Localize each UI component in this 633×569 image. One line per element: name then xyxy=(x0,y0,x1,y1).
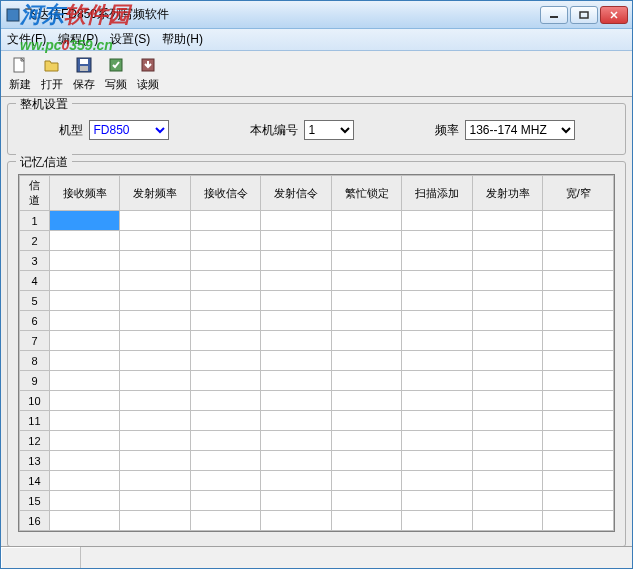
cell[interactable] xyxy=(543,471,614,491)
cell[interactable] xyxy=(472,211,543,231)
table-row[interactable]: 12 xyxy=(20,431,614,451)
col-header[interactable]: 发射频率 xyxy=(120,176,191,211)
cell[interactable] xyxy=(402,251,473,271)
cell[interactable] xyxy=(49,391,120,411)
cell[interactable] xyxy=(402,311,473,331)
cell[interactable] xyxy=(543,491,614,511)
table-row[interactable]: 16 xyxy=(20,511,614,531)
menu-settings[interactable]: 设置(S) xyxy=(110,31,150,48)
cell[interactable] xyxy=(190,291,261,311)
cell[interactable] xyxy=(120,491,191,511)
cell[interactable] xyxy=(49,511,120,531)
cell[interactable] xyxy=(472,431,543,451)
cell[interactable] xyxy=(261,231,332,251)
row-number[interactable]: 7 xyxy=(20,331,50,351)
cell[interactable] xyxy=(472,351,543,371)
cell[interactable] xyxy=(120,391,191,411)
cell[interactable] xyxy=(543,271,614,291)
table-row[interactable]: 9 xyxy=(20,371,614,391)
cell[interactable] xyxy=(120,291,191,311)
cell[interactable] xyxy=(190,451,261,471)
cell[interactable] xyxy=(261,331,332,351)
table-row[interactable]: 15 xyxy=(20,491,614,511)
cell[interactable] xyxy=(543,411,614,431)
cell[interactable] xyxy=(402,291,473,311)
cell[interactable] xyxy=(49,471,120,491)
maximize-button[interactable] xyxy=(570,6,598,24)
cell[interactable] xyxy=(120,351,191,371)
cell[interactable] xyxy=(261,271,332,291)
cell[interactable] xyxy=(261,311,332,331)
cell[interactable] xyxy=(190,471,261,491)
cell[interactable] xyxy=(543,391,614,411)
cell[interactable] xyxy=(543,371,614,391)
row-number[interactable]: 3 xyxy=(20,251,50,271)
cell[interactable] xyxy=(402,391,473,411)
col-header[interactable]: 宽/窄 xyxy=(543,176,614,211)
cell[interactable] xyxy=(120,411,191,431)
table-row[interactable]: 6 xyxy=(20,311,614,331)
row-number[interactable]: 2 xyxy=(20,231,50,251)
cell[interactable] xyxy=(120,431,191,451)
cell[interactable] xyxy=(331,391,402,411)
table-row[interactable]: 11 xyxy=(20,411,614,431)
cell[interactable] xyxy=(331,311,402,331)
cell[interactable] xyxy=(190,411,261,431)
cell[interactable] xyxy=(472,371,543,391)
cell[interactable] xyxy=(49,431,120,451)
col-header[interactable]: 信道 xyxy=(20,176,50,211)
cell[interactable] xyxy=(543,331,614,351)
cell[interactable] xyxy=(472,311,543,331)
cell[interactable] xyxy=(402,231,473,251)
minimize-button[interactable] xyxy=(540,6,568,24)
cell[interactable] xyxy=(543,311,614,331)
menu-program[interactable]: 编程(P) xyxy=(58,31,98,48)
cell[interactable] xyxy=(472,391,543,411)
row-number[interactable]: 12 xyxy=(20,431,50,451)
cell[interactable] xyxy=(472,331,543,351)
cell[interactable] xyxy=(472,471,543,491)
save-button[interactable]: 保存 xyxy=(71,53,97,94)
table-row[interactable]: 13 xyxy=(20,451,614,471)
cell[interactable] xyxy=(49,211,120,231)
cell[interactable] xyxy=(402,351,473,371)
row-number[interactable]: 6 xyxy=(20,311,50,331)
cell[interactable] xyxy=(49,491,120,511)
cell[interactable] xyxy=(402,511,473,531)
cell[interactable] xyxy=(120,371,191,391)
cell[interactable] xyxy=(261,431,332,451)
cell[interactable] xyxy=(472,411,543,431)
cell[interactable] xyxy=(543,351,614,371)
row-number[interactable]: 13 xyxy=(20,451,50,471)
model-select[interactable]: FD850 xyxy=(89,120,169,140)
cell[interactable] xyxy=(261,371,332,391)
cell[interactable] xyxy=(120,451,191,471)
row-number[interactable]: 1 xyxy=(20,211,50,231)
cell[interactable] xyxy=(120,251,191,271)
cell[interactable] xyxy=(331,331,402,351)
cell[interactable] xyxy=(190,311,261,331)
table-row[interactable]: 14 xyxy=(20,471,614,491)
row-number[interactable]: 11 xyxy=(20,411,50,431)
cell[interactable] xyxy=(402,411,473,431)
channel-table[interactable]: 信道接收频率发射频率接收信令发射信令繁忙锁定扫描添加发射功率宽/窄 123456… xyxy=(19,175,614,531)
read-freq-button[interactable]: 读频 xyxy=(135,53,161,94)
cell[interactable] xyxy=(261,291,332,311)
row-number[interactable]: 4 xyxy=(20,271,50,291)
cell[interactable] xyxy=(543,251,614,271)
table-row[interactable]: 5 xyxy=(20,291,614,311)
table-row[interactable]: 2 xyxy=(20,231,614,251)
cell[interactable] xyxy=(472,231,543,251)
cell[interactable] xyxy=(190,511,261,531)
close-button[interactable] xyxy=(600,6,628,24)
cell[interactable] xyxy=(402,471,473,491)
cell[interactable] xyxy=(543,451,614,471)
row-number[interactable]: 14 xyxy=(20,471,50,491)
table-row[interactable]: 10 xyxy=(20,391,614,411)
cell[interactable] xyxy=(120,231,191,251)
cell[interactable] xyxy=(331,351,402,371)
cell[interactable] xyxy=(261,491,332,511)
cell[interactable] xyxy=(261,451,332,471)
cell[interactable] xyxy=(190,331,261,351)
cell[interactable] xyxy=(261,251,332,271)
